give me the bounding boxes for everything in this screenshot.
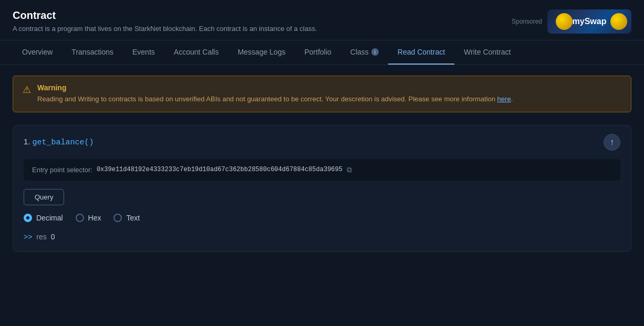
- radio-text-circle: [113, 214, 122, 222]
- result-arrow-icon: >>: [24, 233, 32, 241]
- header-left: Contract A contract is a program that li…: [13, 9, 317, 33]
- warning-icon: ⚠: [23, 84, 31, 96]
- sponsor-text: mySwap: [573, 17, 607, 26]
- result-value: 0: [51, 233, 55, 241]
- sponsor-area: Sponsored mySwap: [512, 9, 631, 34]
- warning-content: Warning Reading and Writing to contracts…: [37, 83, 513, 104]
- function-title: 1. get_balance(): [24, 137, 94, 147]
- tab-portfolio[interactable]: Portfolio: [295, 40, 340, 65]
- function-card: 1. get_balance() ↑ Entry point selector:…: [13, 125, 631, 252]
- radio-text[interactable]: Text: [113, 214, 140, 222]
- main-content: ⚠ Warning Reading and Writing to contrac…: [0, 65, 644, 262]
- radio-decimal-circle: [24, 214, 32, 222]
- query-button-area: Query: [13, 189, 631, 214]
- radio-decimal[interactable]: Decimal: [24, 214, 63, 222]
- entry-point-label: Entry point selector:: [32, 166, 92, 174]
- header: Contract A contract is a program that li…: [0, 0, 644, 40]
- tab-write-contract[interactable]: Write Contract: [454, 40, 520, 65]
- radio-hex-label: Hex: [88, 214, 101, 222]
- tab-events[interactable]: Events: [123, 40, 164, 65]
- sponsor-banner[interactable]: mySwap: [547, 9, 631, 34]
- page-title: Contract: [13, 9, 317, 22]
- radio-hex[interactable]: Hex: [76, 214, 101, 222]
- tab-message-logs[interactable]: Message Logs: [228, 40, 295, 65]
- nav-tabs: Overview Transactions Events Account Cal…: [0, 40, 644, 65]
- radio-decimal-label: Decimal: [36, 214, 63, 222]
- copy-icon[interactable]: ⧉: [347, 165, 352, 174]
- radio-text-label: Text: [126, 214, 140, 222]
- function-header: 1. get_balance() ↑: [13, 125, 631, 159]
- radio-hex-circle: [76, 214, 84, 222]
- tab-class[interactable]: Class i: [341, 40, 388, 65]
- page-subtitle: A contract is a program that lives on th…: [13, 25, 317, 33]
- function-upload-button[interactable]: ↑: [604, 134, 620, 151]
- entry-point-value: 0x39e11d48192e4333233c7eb19d10ad67c362bb…: [97, 166, 342, 173]
- sponsor-coin-icon: [556, 13, 573, 30]
- result-label: res: [36, 233, 46, 241]
- class-info-icon: i: [371, 48, 379, 56]
- query-button[interactable]: Query: [24, 189, 64, 205]
- warning-title: Warning: [37, 83, 513, 92]
- radio-group: Decimal Hex Text: [13, 214, 631, 230]
- sponsor-label: Sponsored: [512, 18, 542, 25]
- tab-overview[interactable]: Overview: [13, 40, 62, 65]
- warning-box: ⚠ Warning Reading and Writing to contrac…: [13, 76, 631, 112]
- tab-read-contract[interactable]: Read Contract: [388, 40, 454, 65]
- result-row: >> res 0: [13, 230, 631, 251]
- warning-text: Reading and Writing to contracts is base…: [37, 94, 513, 104]
- tab-transactions[interactable]: Transactions: [62, 40, 123, 65]
- warning-link[interactable]: here: [497, 95, 511, 103]
- sponsor-coin2-icon: [610, 13, 627, 30]
- entry-point-row: Entry point selector: 0x39e11d48192e4333…: [24, 159, 620, 181]
- tab-account-calls[interactable]: Account Calls: [164, 40, 228, 65]
